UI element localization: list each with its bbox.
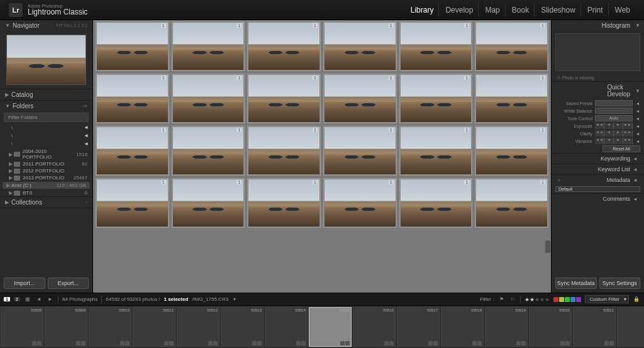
filmstrip-cell[interactable]: 50510 [89, 307, 131, 347]
grid-view[interactable]: 111111111111111111111111 [93, 20, 551, 293]
arrow-left-icon[interactable]: ◄ [635, 139, 640, 143]
filmstrip-cell[interactable]: 50511 [133, 307, 175, 347]
grid-cell[interactable]: 1 [399, 126, 473, 176]
color-label[interactable] [576, 297, 581, 302]
grid-cell[interactable]: 1 [247, 178, 321, 228]
filmstrip-cell[interactable]: 50518 [441, 307, 484, 347]
flag-reject-icon[interactable]: ⚐ [509, 296, 516, 303]
color-label[interactable] [570, 297, 575, 302]
filmstrip-cell[interactable]: 50517 [397, 307, 440, 347]
filmstrip-cell[interactable]: 50519 [485, 307, 528, 347]
folder-row[interactable]: ▶2012 PORTFOLIO [0, 167, 92, 174]
stepper-control[interactable]: ◄◄◄►►► [595, 138, 633, 144]
window-1-badge[interactable]: 1 [4, 297, 10, 301]
filmstrip-cell[interactable]: 50514 [265, 307, 308, 347]
navigator-zoom-options[interactable]: FIT FILL 1:1 3:1 [57, 23, 87, 28]
module-web[interactable]: Web [610, 3, 635, 17]
filmstrip-cell[interactable]: 50513 [221, 307, 264, 347]
filmstrip[interactable]: 5050850509505105051150512505135051450515… [0, 305, 644, 348]
rating-filter[interactable]: ★★★★★ [525, 296, 550, 303]
folder-row[interactable]: ▶2004-2010 PORTFOLIO1518 [0, 148, 92, 160]
grid-cell[interactable]: 1 [323, 74, 397, 123]
grid-cell[interactable]: 1 [399, 74, 473, 123]
preset-select[interactable] [595, 100, 633, 106]
filmstrip-cell[interactable]: 50509 [45, 307, 87, 347]
custom-filter-dropdown[interactable]: Custom Filter [585, 295, 629, 303]
volume-row[interactable]: \◄ [0, 123, 92, 132]
filmstrip-cell[interactable]: 50508 [1, 307, 43, 347]
grid-cell[interactable]: 1 [96, 74, 169, 123]
filmstrip-cell[interactable]: 50521 [573, 307, 616, 347]
grid-cell[interactable]: 1 [96, 126, 169, 176]
module-print[interactable]: Print [582, 3, 609, 17]
grid-cell[interactable]: 1 [172, 74, 245, 123]
filter-lock-icon[interactable]: 🔒 [633, 296, 640, 303]
auto-tone-button[interactable]: Auto [595, 115, 633, 121]
arrow-left-icon[interactable]: ◄ [635, 101, 640, 106]
stepper-control[interactable]: ◄◄◄►►► [595, 130, 633, 137]
module-map[interactable]: Map [480, 3, 505, 17]
metadata-preset-select[interactable]: Default [555, 186, 640, 192]
filmstrip-cell[interactable]: 50512 [177, 307, 219, 347]
export-button[interactable]: Export... [48, 278, 89, 289]
volume-row[interactable]: \◄ [0, 140, 92, 148]
sync-metadata-button[interactable]: Sync Metadata [555, 278, 597, 289]
grid-cell[interactable]: 1 [172, 178, 245, 228]
drive-row[interactable]: ▶ Acer (C:) 118 / 463 GB [3, 182, 90, 189]
back-icon[interactable]: ◄ [35, 296, 43, 303]
grid-cell[interactable]: 1 [323, 126, 397, 176]
grid-cell[interactable]: 1 [247, 21, 321, 71]
reset-all-button[interactable]: Reset All [602, 145, 640, 152]
histogram-header[interactable]: Histogram ▼ [552, 20, 644, 31]
module-develop[interactable]: Develop [440, 3, 479, 17]
color-label[interactable] [553, 297, 558, 302]
window-2-badge[interactable]: 2 [14, 297, 20, 301]
panel-keyword-list[interactable]: Keyword List◄ [552, 164, 644, 174]
filmstrip-cell[interactable]: 50522 [617, 307, 644, 347]
grid-cell[interactable]: 1 [475, 74, 548, 123]
folder-row[interactable]: ▶2011 PORTFOLIO82 [0, 160, 92, 167]
metadata-preset-add-icon[interactable]: + [558, 178, 560, 182]
grid-cell[interactable]: 1 [172, 21, 245, 71]
grid-cell[interactable]: 1 [172, 126, 245, 176]
folder-row[interactable]: ▶ BTS 0 [0, 189, 92, 196]
grid-cell[interactable]: 1 [247, 74, 321, 123]
folders-add-icon[interactable]: +▾ [82, 104, 87, 109]
import-button[interactable]: Import... [4, 278, 45, 289]
filter-folders-input[interactable]: Filter Folders [4, 113, 89, 122]
preset-select[interactable] [595, 108, 633, 114]
panel-keywording[interactable]: Keywording◄ [552, 153, 644, 164]
grid-cell[interactable]: 1 [475, 178, 548, 228]
flag-icon[interactable]: ⚑ [497, 296, 505, 303]
navigator-header[interactable]: ▼ Navigator FIT FILL 1:1 3:1 [0, 20, 92, 31]
module-library[interactable]: Library [406, 3, 440, 17]
grid-cell[interactable]: 1 [247, 126, 321, 176]
grid-cell[interactable]: 1 [96, 178, 169, 228]
grid-cell[interactable]: 1 [96, 21, 169, 71]
filmstrip-cell[interactable]: 50515 [309, 307, 352, 347]
folders-header[interactable]: ▼ Folders +▾ [0, 101, 92, 111]
grid-icon[interactable]: ▦ [24, 296, 31, 303]
volume-row[interactable]: \◄ [0, 132, 92, 140]
arrow-left-icon[interactable]: ◄ [635, 132, 640, 136]
module-book[interactable]: Book [507, 3, 535, 17]
filmstrip-cell[interactable]: 50516 [353, 307, 396, 347]
folder-row[interactable]: ▶2013 PORTFOLIO25467 [0, 174, 92, 181]
arrow-left-icon[interactable]: ◄ [635, 124, 640, 128]
color-label[interactable] [565, 297, 570, 302]
grid-cell[interactable]: 1 [399, 178, 473, 228]
module-slideshow[interactable]: Slideshow [536, 3, 581, 17]
sync-settings-button[interactable]: Sync Settings [599, 278, 641, 289]
chevron-down-icon[interactable]: ▾ [233, 296, 236, 302]
grid-cell[interactable]: 1 [475, 126, 548, 176]
collections-header[interactable]: ▶ Collections + [0, 197, 92, 208]
stepper-control[interactable]: ◄◄◄►►► [595, 123, 633, 129]
color-label-filter[interactable] [553, 297, 581, 302]
grid-cell[interactable]: 1 [323, 178, 397, 228]
arrow-left-icon[interactable]: ◄ [635, 109, 640, 113]
filmstrip-cell[interactable]: 50520 [529, 307, 572, 347]
arrow-left-icon[interactable]: ◄ [635, 116, 640, 121]
breadcrumb[interactable]: All Photographs [62, 296, 97, 302]
grid-cell[interactable]: 1 [399, 21, 473, 71]
catalog-header[interactable]: ▶ Catalog [0, 89, 92, 100]
